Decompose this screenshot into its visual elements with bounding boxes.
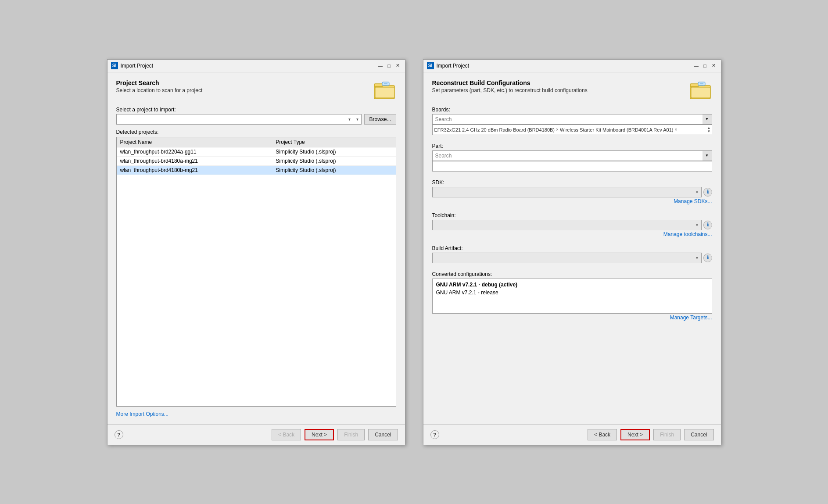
left-dialog-content: Project Search Select a location to scan… (108, 72, 405, 424)
right-boards-group: Boards: ▼ EFR32xG21 2.4 GHz 20 dBm Radio… (432, 107, 712, 135)
right-part-value: EFR32MG21A020F1024IM32 (432, 161, 712, 172)
left-dialog-header: Project Search Select a location to scan… (116, 79, 396, 100)
right-dialog-footer: ? < Back Next > Finish Cancel (423, 424, 721, 445)
right-manage-toolchains-link[interactable]: Manage toolchains... (432, 231, 712, 237)
right-sdk-info-button[interactable]: ℹ (703, 188, 712, 197)
project-type-cell: Simplicity Studio (.slsproj) (272, 147, 395, 156)
right-finish-button[interactable]: Finish (653, 429, 681, 440)
left-dialog-subtitle: Select a location to scan for a project (116, 87, 203, 93)
left-import-dialog: SI Import Project — □ ✕ Project Search S… (107, 59, 405, 445)
left-title-bar: SI Import Project — □ ✕ (108, 60, 405, 72)
right-help-button[interactable]: ? (430, 430, 439, 439)
right-configs-container: GNU ARM v7.2.1 - debug (active)GNU ARM v… (432, 279, 712, 314)
svg-rect-7 (690, 84, 699, 86)
right-converted-label: Converted configurations: (432, 271, 712, 277)
right-manage-targets-link[interactable]: Manage Targets... (432, 315, 712, 321)
svg-rect-8 (691, 87, 710, 98)
right-maximize-button[interactable]: □ (702, 62, 709, 69)
right-back-button[interactable]: < Back (588, 429, 617, 440)
right-boards-dropdown-arrow[interactable]: ▼ (703, 114, 712, 125)
right-dialog-subtitle: Set parameters (part, SDK, etc.) to reco… (432, 87, 588, 93)
board-tag: Wireless Starter Kit Mainboard (BRD4001A… (560, 127, 677, 132)
right-build-artifact-info-button[interactable]: ℹ (703, 254, 712, 262)
table-row[interactable]: wlan_throughput-brd4180a-mg21Simplicity … (117, 156, 396, 165)
project-name-cell: wlan_throughput-brd2204a-gg11 (117, 147, 272, 156)
col-project-type: Project Type (272, 137, 395, 147)
left-app-icon: SI (111, 62, 118, 69)
right-part-label: Part: (432, 143, 712, 149)
right-part-dropdown-arrow[interactable]: ▼ (703, 150, 712, 161)
right-converted-group: Converted configurations: GNU ARM v7.2.1… (432, 271, 712, 414)
left-detected-label: Detected projects: (116, 129, 396, 135)
right-boards-search[interactable] (432, 114, 712, 125)
right-app-icon: SI (427, 62, 434, 69)
left-maximize-button[interactable]: □ (386, 62, 393, 69)
right-sdk-input: Gecko SDK Suite: Bluetooth 3.1.0, Blueto… (432, 187, 702, 197)
right-boards-search-wrapper: ▼ (432, 114, 712, 125)
right-cancel-button[interactable]: Cancel (684, 429, 713, 440)
right-boards-label: Boards: (432, 107, 712, 113)
left-dialog-footer: ? < Back Next > Finish Cancel (108, 424, 405, 445)
right-header-icon (689, 79, 712, 100)
right-build-artifact-label: Build Artifact: (432, 245, 712, 251)
left-help-button[interactable]: ? (115, 430, 123, 439)
left-header-text: Project Search Select a location to scan… (116, 79, 203, 93)
folder-open-icon (373, 79, 396, 100)
left-finish-button[interactable]: Finish (337, 429, 365, 440)
right-manage-sdks-link[interactable]: Manage SDKs... (432, 198, 712, 204)
left-browse-button[interactable]: Browse... (364, 114, 396, 125)
right-sdk-row: Gecko SDK Suite: Bluetooth 3.1.0, Blueto… (432, 187, 712, 197)
left-path-select-wrapper: C:\Users\simanda\Downloads\RS9116W.2.5.1… (116, 114, 362, 125)
right-header-text: Reconstruct Build Configurations Set par… (432, 79, 588, 93)
right-title-bar: SI Import Project — □ ✕ (423, 60, 721, 72)
left-header-icon (373, 79, 396, 100)
left-projects-table: Project Name Project Type wlan_throughpu… (117, 137, 396, 175)
left-dialog-title: Import Project (121, 63, 374, 69)
left-projects-table-container: Project Name Project Type wlan_throughpu… (116, 137, 396, 407)
right-minimize-button[interactable]: — (693, 62, 700, 69)
right-toolchain-info-button[interactable]: ℹ (703, 221, 712, 229)
project-name-cell: wlan_throughput-brd4180a-mg21 (117, 156, 272, 165)
right-dialog-header: Reconstruct Build Configurations Set par… (432, 79, 712, 100)
right-build-artifact-input: Executable (432, 253, 702, 263)
board-tag: EFR32xG21 2.4 GHz 20 dBm Radio Board (BR… (434, 127, 559, 132)
right-toolchain-select-wrapper: GNU ARM v7.2.1 (432, 220, 702, 230)
config-item: GNU ARM v7.2.1 - release (436, 289, 708, 297)
left-cancel-button[interactable]: Cancel (368, 429, 398, 440)
project-type-cell: Simplicity Studio (.slsproj) (272, 165, 395, 175)
right-part-search[interactable] (432, 150, 712, 161)
right-sdk-group: SDK: Gecko SDK Suite: Bluetooth 3.1.0, B… (432, 179, 712, 204)
right-build-artifact-row: Executable ℹ (432, 253, 712, 263)
right-boards-scroll-arrows: ▲ ▼ (707, 125, 711, 135)
left-minimize-button[interactable]: — (377, 62, 384, 69)
left-next-button[interactable]: Next > (305, 429, 334, 440)
table-row[interactable]: wlan_throughput-brd4180b-mg21Simplicity … (117, 165, 396, 175)
right-dialog-title: Import Project (437, 63, 690, 69)
right-import-dialog: SI Import Project — □ ✕ Reconstruct Buil… (423, 59, 721, 445)
right-boards-tags-container: EFR32xG21 2.4 GHz 20 dBm Radio Board (BR… (432, 125, 712, 135)
board-tag-remove[interactable]: × (556, 127, 559, 132)
col-project-name: Project Name (117, 137, 272, 147)
left-select-label: Select a project to import: (116, 107, 396, 113)
right-dialog-heading: Reconstruct Build Configurations (432, 79, 588, 86)
left-back-button[interactable]: < Back (272, 429, 301, 440)
right-toolchain-row: GNU ARM v7.2.1 ℹ (432, 220, 712, 230)
project-type-cell: Simplicity Studio (.slsproj) (272, 156, 395, 165)
svg-rect-2 (375, 87, 394, 98)
svg-rect-1 (374, 84, 383, 86)
right-boards-scroll-down[interactable]: ▼ (707, 130, 711, 133)
board-tag-remove[interactable]: × (674, 127, 677, 132)
table-row[interactable]: wlan_throughput-brd2204a-gg11Simplicity … (117, 147, 396, 156)
right-toolchain-group: Toolchain: GNU ARM v7.2.1 ℹ Manage toolc… (432, 212, 712, 237)
right-next-button[interactable]: Next > (620, 429, 650, 440)
right-folder-open-icon (689, 79, 712, 100)
project-name-cell: wlan_throughput-brd4180b-mg21 (117, 165, 272, 175)
config-item: GNU ARM v7.2.1 - debug (active) (436, 281, 708, 289)
left-more-options-link[interactable]: More Import Options... (116, 411, 168, 417)
left-path-input[interactable]: C:\Users\simanda\Downloads\RS9116W.2.5.1… (116, 114, 362, 125)
left-path-row: C:\Users\simanda\Downloads\RS9116W.2.5.1… (116, 114, 396, 125)
right-dialog-content: Reconstruct Build Configurations Set par… (423, 72, 721, 424)
left-close-button[interactable]: ✕ (394, 62, 401, 69)
right-close-button[interactable]: ✕ (710, 62, 717, 69)
right-toolchain-input: GNU ARM v7.2.1 (432, 220, 702, 230)
